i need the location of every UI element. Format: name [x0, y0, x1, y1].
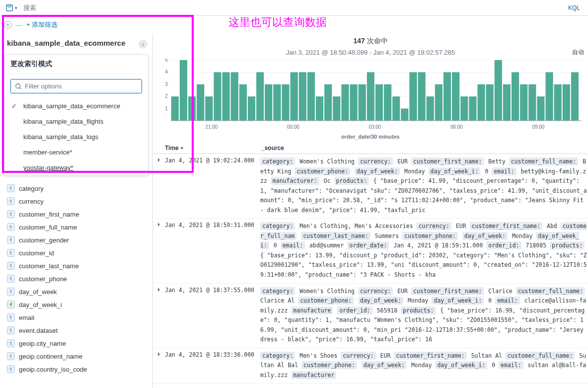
chevron-right-icon [158, 158, 160, 162]
svg-rect-58 [546, 72, 553, 121]
svg-rect-56 [528, 84, 536, 121]
svg-rect-35 [350, 84, 358, 121]
svg-rect-33 [333, 96, 340, 121]
svg-rect-43 [418, 72, 426, 121]
time-column-header[interactable]: Time▾ [165, 145, 257, 152]
svg-rect-34 [341, 84, 349, 121]
svg-rect-36 [359, 84, 366, 121]
field-type-badge: t [7, 223, 15, 231]
expand-row-button[interactable] [153, 351, 165, 381]
svg-point-2 [16, 83, 20, 88]
svg-rect-15 [180, 60, 187, 121]
svg-line-3 [20, 87, 21, 89]
chevron-right-icon [158, 352, 160, 356]
dropdown-title: 更改索引模式 [4, 55, 148, 74]
doc-time: Jan 4, 2021 @ 18:37:55.000 [165, 287, 257, 345]
svg-text:09:00: 09:00 [532, 124, 544, 130]
field-name: currency [19, 198, 44, 205]
field-item[interactable]: tgeoip.city_name [0, 337, 152, 350]
index-pattern-dropdown: 更改索引模式 kibana_sample_data_ecommercekiban… [4, 54, 148, 176]
document-row: Jan 4, 2021 @ 18:33:36.000 category: Men… [153, 348, 588, 384]
field-item[interactable]: tcustomer_full_name [0, 221, 152, 233]
filter-icon[interactable]: ⊕ [4, 21, 12, 29]
field-name: customer_full_name [19, 224, 77, 231]
field-item[interactable]: tday_of_week [0, 285, 152, 298]
index-option[interactable]: kibana_sample_data_logs [4, 129, 148, 145]
search-icon [15, 83, 22, 90]
svg-rect-44 [427, 96, 434, 121]
field-name: geoip.country_iso_code [19, 366, 87, 373]
field-item[interactable]: tgeoip.country_iso_code [0, 363, 152, 376]
field-name: geoip.city_name [19, 340, 66, 347]
svg-rect-37 [367, 72, 374, 121]
index-option[interactable]: member-service* [4, 145, 148, 160]
auto-interval-button[interactable]: 自动 [572, 48, 584, 57]
field-type-badge: t [7, 352, 15, 360]
dropdown-search[interactable] [10, 79, 142, 93]
svg-rect-31 [316, 96, 323, 121]
index-option[interactable]: yoostar-gateway* [4, 160, 148, 175]
svg-rect-24 [256, 72, 264, 121]
field-type-badge: t [7, 275, 15, 283]
svg-rect-59 [554, 84, 562, 121]
svg-rect-16 [188, 96, 196, 121]
svg-rect-27 [282, 84, 289, 121]
field-name: customer_id [19, 249, 54, 257]
svg-rect-47 [452, 72, 459, 121]
save-button[interactable]: ▾ [4, 2, 19, 13]
field-name: customer_phone [19, 275, 67, 283]
svg-rect-39 [384, 84, 391, 121]
svg-rect-53 [503, 84, 511, 121]
field-item[interactable]: tcustomer_gender [0, 233, 152, 246]
annotation-text: 这里也可以查询数据 [228, 15, 327, 30]
field-item[interactable]: tcustomer_first_name [0, 208, 152, 221]
field-type-badge: t [7, 365, 15, 373]
index-option[interactable]: kibana_sample_data_ecommerce [4, 98, 148, 114]
svg-rect-42 [409, 72, 417, 121]
field-item[interactable]: #day_of_week_i [0, 298, 152, 311]
svg-rect-28 [291, 72, 298, 121]
save-icon [6, 4, 13, 11]
expand-row-button[interactable] [153, 287, 165, 345]
svg-rect-54 [512, 72, 519, 121]
field-type-badge: t [7, 339, 15, 347]
expand-row-button[interactable] [153, 222, 165, 280]
index-option[interactable]: kibana_sample_data_flights [4, 114, 148, 129]
svg-rect-26 [273, 84, 281, 121]
kql-button[interactable]: KQL [564, 4, 584, 11]
svg-rect-23 [248, 96, 255, 121]
field-item[interactable]: tcategory [0, 182, 152, 195]
field-item[interactable]: temail [0, 311, 152, 324]
field-item[interactable]: tcustomer_last_name [0, 259, 152, 272]
histogram-chart[interactable]: 1234521:0000:0003:0006:0009:00 [153, 58, 588, 133]
doc-time: Jan 4, 2021 @ 19:02:24.000 [165, 157, 257, 215]
add-filter-link[interactable]: + 添加筛选 [26, 20, 58, 29]
field-item[interactable]: tcustomer_phone [0, 272, 152, 285]
field-name: customer_last_name [19, 262, 79, 270]
doc-source: category: Men's Shoes currency: EUR cust… [257, 351, 588, 381]
search-input[interactable] [19, 2, 564, 13]
field-type-badge: t [7, 262, 15, 270]
expand-row-button[interactable] [153, 157, 165, 215]
chevron-right-icon [158, 288, 160, 292]
filter-options-input[interactable] [25, 82, 138, 90]
field-type-badge: t [7, 210, 15, 218]
field-name: geoip.continent_name [19, 353, 82, 360]
field-name: day_of_week [19, 288, 57, 296]
index-pattern-selector[interactable]: kibana_sample_data_ecommerce [0, 34, 152, 52]
field-name: customer_first_name [19, 211, 79, 218]
field-name: category [19, 185, 44, 192]
svg-rect-32 [324, 84, 332, 121]
svg-rect-21 [231, 72, 238, 121]
hits-count: 147 次命中 [153, 34, 588, 49]
field-type-badge: t [7, 197, 15, 205]
close-dropdown-button[interactable]: ‹ [139, 40, 147, 49]
svg-text:3: 3 [165, 81, 168, 87]
field-item[interactable]: tcustomer_id [0, 246, 152, 259]
svg-rect-22 [239, 84, 247, 121]
time-range: Jan 3, 2021 @ 18:50:48.099 - Jan 4, 2021… [153, 49, 588, 58]
field-item[interactable]: tgeoip.continent_name [0, 350, 152, 363]
field-item[interactable]: tcurrency [0, 195, 152, 208]
svg-rect-0 [6, 5, 12, 11]
field-item[interactable]: tevent.dataset [0, 324, 152, 337]
